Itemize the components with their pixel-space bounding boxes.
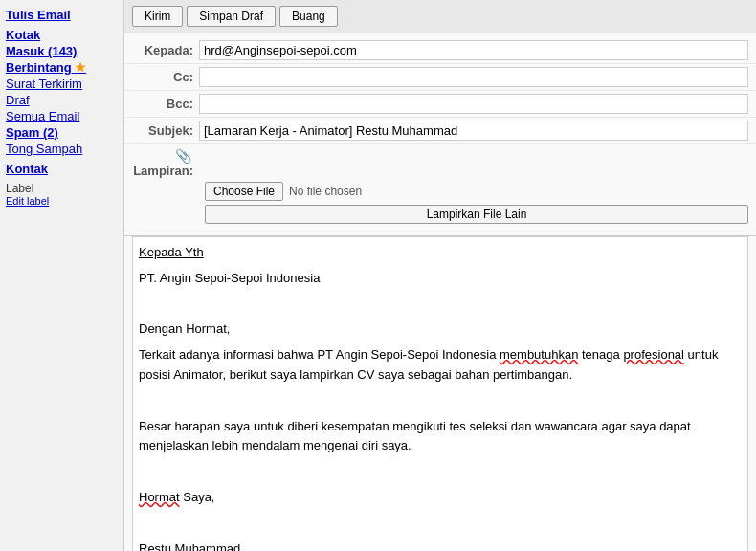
no-file-text: No file chosen <box>289 185 362 198</box>
cc-row: Cc: <box>124 64 756 91</box>
sidebar-item-trash[interactable]: Tong Sampah <box>6 142 118 156</box>
body-line6 <box>139 391 742 411</box>
send-button[interactable]: Kirim <box>132 6 183 27</box>
subject-row: Subjek: <box>124 118 756 144</box>
body-line4: Dengan Hormat, <box>139 320 742 340</box>
to-label: Kepada: <box>132 43 199 57</box>
attachment-label: 📎 Lampiran: <box>132 148 199 178</box>
body-line1: Kepada Yth <box>139 243 742 263</box>
choose-file-button[interactable]: Choose File <box>205 182 283 201</box>
body-word-hormat: Hormat <box>139 490 180 504</box>
email-body[interactable]: Kepada Yth PT. Angin Sepoi-Sepoi Indones… <box>132 236 748 551</box>
body-line7: Besar harapan saya untuk diberi kesempat… <box>139 417 742 457</box>
sidebar-item-contacts[interactable]: Kontak <box>6 162 118 176</box>
sidebar-item-sent[interactable]: Surat Terkirim <box>6 77 118 91</box>
body-area: Kepada Yth PT. Angin Sepoi-Sepoi Indones… <box>124 236 756 551</box>
body-word-profesional: profesional <box>623 347 684 362</box>
attachment-row: 📎 Lampiran: Choose File No file chosen L… <box>124 144 756 231</box>
to-row: Kepada: <box>124 37 756 64</box>
body-line3 <box>139 295 742 315</box>
bcc-input[interactable] <box>199 94 748 114</box>
sidebar: Tulis Email Kotak Masuk (143) Berbintang… <box>0 0 124 551</box>
subject-label: Subjek: <box>132 123 199 138</box>
edit-label-link[interactable]: Edit label <box>6 195 118 207</box>
discard-button[interactable]: Buang <box>279 6 338 27</box>
sidebar-item-compose[interactable]: Tulis Email <box>6 8 118 22</box>
body-line10 <box>139 514 742 534</box>
label-section-title: Label <box>6 182 118 195</box>
sidebar-item-spam[interactable]: Spam (2) <box>6 125 118 140</box>
cc-input[interactable] <box>199 67 748 87</box>
toolbar-top: Kirim Simpan Draf Buang <box>124 0 756 33</box>
body-line5: Terkait adanya informasi bahwa PT Angin … <box>139 345 742 386</box>
subject-input[interactable] <box>199 121 748 141</box>
cc-label: Cc: <box>132 70 199 84</box>
body-line9: Hormat Saya, <box>139 488 742 508</box>
bcc-row: Bcc: <box>124 91 756 118</box>
to-input[interactable] <box>199 40 748 60</box>
save-draft-button[interactable]: Simpan Draf <box>187 6 276 27</box>
body-line8 <box>139 462 742 482</box>
body-word-membutuhkan: membutuhkan <box>500 347 578 362</box>
sidebar-item-starred[interactable]: Berbintang ★ <box>6 60 118 75</box>
sidebar-item-inbox-sub[interactable]: Masuk (143) <box>6 44 118 58</box>
compose-form: Kepada: Cc: Bcc: Subjek: <box>124 33 756 236</box>
sidebar-item-inbox[interactable]: Kotak <box>6 28 118 42</box>
body-line11: Restu Muhammad <box>139 540 742 551</box>
paperclip-icon: 📎 <box>175 148 191 164</box>
sidebar-item-drafts[interactable]: Draf <box>6 93 118 107</box>
body-line2: PT. Angin Sepoi-Sepoi Indonesia <box>139 269 742 289</box>
attach-more-button[interactable]: Lampirkan File Lain <box>205 205 748 224</box>
attachment-controls: Choose File No file chosen <box>132 182 748 201</box>
bcc-label: Bcc: <box>132 97 199 111</box>
main-panel: Kirim Simpan Draf Buang Kepada: Cc: Bcc: <box>124 0 756 551</box>
star-icon: ★ <box>75 60 86 75</box>
sidebar-item-all[interactable]: Semua Email <box>6 109 118 123</box>
